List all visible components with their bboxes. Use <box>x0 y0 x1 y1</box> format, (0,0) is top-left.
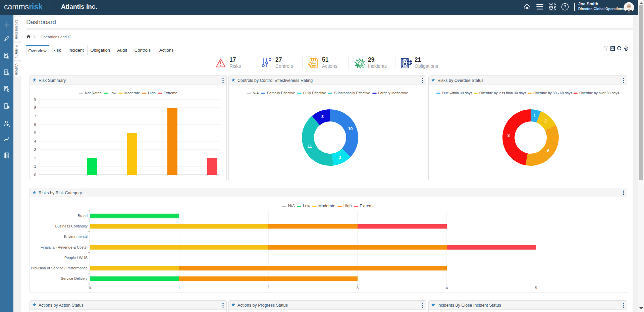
svg-text:People / WHS: People / WHS <box>64 256 88 260</box>
svg-text:PDF: PDF <box>611 47 614 49</box>
svg-text:3: 3 <box>339 155 341 160</box>
svg-text:9: 9 <box>34 97 36 101</box>
svg-text:4: 4 <box>34 139 37 143</box>
svg-text:1: 1 <box>178 286 180 290</box>
svg-text:5: 5 <box>34 131 36 135</box>
svg-text:3: 3 <box>321 114 324 119</box>
svg-text:7: 7 <box>34 114 36 118</box>
svg-text:8: 8 <box>34 106 36 110</box>
svg-text:6: 6 <box>34 122 36 126</box>
svg-text:6: 6 <box>547 149 549 153</box>
svg-text:11: 11 <box>308 144 312 149</box>
svg-text:Environmental: Environmental <box>64 235 88 239</box>
svg-text:2: 2 <box>544 119 547 123</box>
svg-text:Brand: Brand <box>78 214 88 218</box>
svg-text:5: 5 <box>535 286 537 290</box>
svg-text:2: 2 <box>267 286 269 290</box>
svg-text:Provision of Service / Perform: Provision of Service / Performance <box>31 266 88 270</box>
svg-text:8: 8 <box>507 133 510 138</box>
svg-text:0: 0 <box>89 286 91 290</box>
svg-text:1: 1 <box>534 113 536 118</box>
svg-text:10: 10 <box>348 126 353 131</box>
svg-text:Business Continuity: Business Continuity <box>55 224 88 228</box>
svg-text:?: ? <box>564 4 566 9</box>
svg-text:4: 4 <box>446 286 448 290</box>
svg-text:3: 3 <box>34 148 36 152</box>
svg-text:1: 1 <box>34 164 36 168</box>
svg-text:0: 0 <box>34 173 36 177</box>
svg-text:Financial (Revenue & Costs): Financial (Revenue & Costs) <box>41 245 88 249</box>
svg-text:2: 2 <box>34 156 36 160</box>
svg-text:3: 3 <box>357 286 359 290</box>
svg-text:Service Delivery: Service Delivery <box>61 276 88 280</box>
